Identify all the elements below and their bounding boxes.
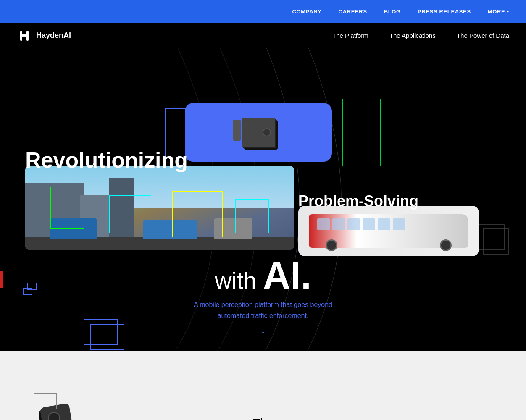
- nav-power-of-data[interactable]: The Power of Data: [457, 32, 509, 39]
- hero-section: Revolutionizing Problem-Solving with AI.…: [0, 48, 526, 351]
- bus-wheel-right: [440, 239, 452, 251]
- bus-scene: [298, 206, 479, 256]
- top-nav-more[interactable]: MORE ▾: [488, 8, 509, 15]
- bus-card: [298, 206, 479, 256]
- haydenai-logo-icon: [17, 28, 32, 43]
- bus-windows: [317, 218, 405, 230]
- device-lens: [263, 128, 271, 136]
- logo-text: HaydenAI: [36, 31, 71, 40]
- svg-rect-9: [90, 325, 124, 350]
- the-label: The: [195, 416, 331, 420]
- svg-rect-8: [84, 319, 118, 344]
- nav-platform[interactable]: The Platform: [332, 32, 368, 39]
- hero-heading-revolutionizing: Revolutionizing: [25, 149, 188, 171]
- street-scene-card: [25, 166, 294, 250]
- top-nav-company[interactable]: COMPANY: [292, 8, 322, 15]
- with-text: with AI.: [215, 267, 311, 294]
- device-ear: [233, 120, 241, 141]
- scroll-down-arrow[interactable]: ↓: [261, 326, 265, 335]
- svg-rect-3: [20, 34, 29, 37]
- hero-subtitle: A mobile perception platform that goes b…: [0, 299, 526, 321]
- top-nav-careers[interactable]: CAREERS: [339, 8, 367, 15]
- arrow-icon: ↓: [261, 326, 265, 335]
- subtitle-line-1: A mobile perception platform that goes b…: [0, 299, 526, 310]
- problem-solving-text: Problem-Solving: [298, 192, 418, 210]
- subtitle-line-2: automated traffic enforcement.: [0, 310, 526, 321]
- street-card-inner: [25, 166, 294, 250]
- sec-nav-links: The Platform The Applications The Power …: [332, 32, 509, 39]
- top-nav: COMPANY CAREERS BLOG PRESS RELEASES MORE…: [0, 0, 526, 23]
- bus-window-2: [332, 218, 345, 230]
- bus-shape: [309, 214, 468, 248]
- bus-window-3: [347, 218, 360, 230]
- logo-area[interactable]: HaydenAI: [17, 28, 71, 43]
- bus-window-5: [378, 218, 390, 230]
- bus-window-4: [363, 218, 375, 230]
- hero-with-ai: with AI.: [0, 254, 526, 297]
- device-body: [242, 118, 275, 147]
- detection-box-3: [172, 191, 223, 237]
- platform-title: The Platform: [195, 416, 331, 420]
- top-nav-blog[interactable]: BLOG: [384, 8, 401, 15]
- detection-box-4: [235, 200, 269, 233]
- revolutionizing-text: Revolutionizing: [25, 149, 188, 171]
- ai-text: AI.: [263, 255, 311, 297]
- platform-content: The Platform: [0, 351, 526, 420]
- bus-window-6: [393, 218, 405, 230]
- hero-heading-problem-solving: Problem-Solving: [298, 192, 418, 210]
- device-3d-model: [233, 113, 284, 151]
- bus-wheel-left: [326, 239, 337, 251]
- bus-window-1: [317, 218, 330, 230]
- detection-box-1: [50, 187, 84, 229]
- platform-section: The Platform: [0, 351, 526, 420]
- platform-device-rect: [34, 393, 57, 410]
- platform-devices: [0, 363, 126, 420]
- top-nav-press-releases[interactable]: PRESS RELEASES: [418, 8, 471, 15]
- detection-box-2: [109, 195, 151, 233]
- secondary-nav: HaydenAI The Platform The Applications T…: [0, 23, 526, 48]
- svg-rect-7: [483, 229, 508, 254]
- svg-rect-6: [479, 225, 504, 250]
- device-card: [185, 103, 332, 162]
- nav-applications[interactable]: The Applications: [389, 32, 436, 39]
- chevron-down-icon: ▾: [507, 9, 509, 14]
